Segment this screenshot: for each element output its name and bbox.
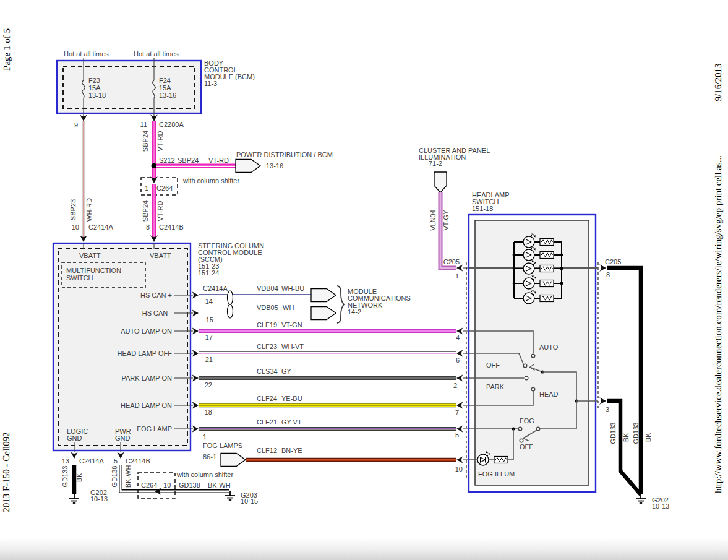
pin-14: 14 <box>205 298 213 305</box>
svg-text:BK-WH: BK-WH <box>124 465 132 488</box>
pin-7: 7 <box>455 409 459 416</box>
ground-g202-icon <box>636 494 646 503</box>
pin-22: 22 <box>205 381 212 389</box>
port-head-lamp-off: HEAD LAMP OFF <box>118 350 173 357</box>
wiring-diagram-page: Hot at all times Hot at all times BODY C… <box>0 0 728 560</box>
color-wh-rd: WH-RD <box>85 198 93 222</box>
svg-text:VT-GY: VT-GY <box>442 210 450 231</box>
offpage-arrow-power-distribution <box>236 160 260 173</box>
splice-s212-icon <box>152 163 157 169</box>
connector-c2414a-gnd: C2414A <box>79 457 104 465</box>
connector-c2414a: C2414A <box>88 223 113 231</box>
vbatt-right-label: VBATT <box>150 252 171 259</box>
svg-text:86-1: 86-1 <box>203 453 216 460</box>
pin-21: 21 <box>205 356 213 363</box>
contact-auto <box>531 354 535 358</box>
circuit-vdb04: VDB04 <box>257 285 278 292</box>
pin-8: 8 <box>146 223 150 231</box>
port-park-lamp-on: PARK LAMP ON <box>121 374 172 382</box>
resistor-icon <box>540 280 554 287</box>
pin-4: 4 <box>456 334 460 342</box>
connector-c264-label: C264 <box>156 184 173 192</box>
page-number-label: Page 1 of 5 <box>2 28 12 71</box>
wire-clf19-vt-gn: 17 CLF19 VT-GN 4 <box>192 321 469 342</box>
pin-17: 17 <box>205 334 213 341</box>
port-hs-can-minus: HS CAN - <box>142 309 173 317</box>
feed-left-wh-rd: 9 SBP23 WH-RD 10 C2414A <box>69 121 114 242</box>
pin-18: 18 <box>205 408 212 416</box>
svg-text:WH: WH <box>283 304 294 311</box>
resistor-icon <box>540 295 554 302</box>
twisted-pair-icon <box>228 291 233 304</box>
svg-text:GD138: GD138 <box>179 481 200 489</box>
svg-text:GND: GND <box>67 434 82 442</box>
svg-text:BK: BK <box>75 473 83 482</box>
pin-5: 5 <box>455 431 459 439</box>
svg-text:SBP24: SBP24 <box>142 131 149 152</box>
column-shifter-note: with column shifter <box>182 177 239 184</box>
circuit-gd133-b: GD133 <box>632 423 640 444</box>
contact-fog-off <box>520 439 523 442</box>
svg-text:CLF23: CLF23 <box>257 343 277 350</box>
offpage-arrow-fog-lamps <box>221 454 246 467</box>
resistor-icon <box>494 457 508 463</box>
svg-text:CLF12: CLF12 <box>257 447 277 454</box>
svg-text:13-16: 13-16 <box>266 162 283 170</box>
fuse-f24-id: F24 <box>159 77 171 84</box>
position-auto-label: AUTO <box>539 343 559 351</box>
vbatt-left-label: VBATT <box>79 252 101 259</box>
port-hs-can-plus: HS CAN + <box>140 291 172 299</box>
svg-text:CLS34: CLS34 <box>257 368 278 375</box>
circuit-gd133-a: GD133 <box>609 423 617 444</box>
wire-clf12-bn-ye: FOG LAMPS 86-1 CLF12 BN-YE 10 <box>203 442 469 473</box>
resistor-icon <box>540 252 554 259</box>
position-off-label: OFF <box>486 361 500 369</box>
fog-illum-label: FOG ILLUM <box>478 470 515 478</box>
port-head-lamp-on: HEAD LAMP ON <box>121 402 172 409</box>
contact-head <box>531 387 535 391</box>
svg-text:SBP24: SBP24 <box>142 200 149 222</box>
wire-cls34-gy: 22 CLS34 GY 2 <box>192 368 469 389</box>
wire-clf24-ye-bu: 18 CLF24 YE-BU 7 <box>192 395 469 416</box>
column-shifter-note-2: with column shifter <box>176 471 233 478</box>
svg-text:10-13: 10-13 <box>90 495 108 502</box>
connector-arrow-icon <box>71 452 78 459</box>
wire-clf23-wh-vt: 21 CLF23 WH-VT 6 <box>192 343 469 364</box>
circuit-gd138: GD138 <box>111 466 118 488</box>
fog-lamps-label: FOG LAMPS <box>203 442 242 449</box>
c205-pin-8: 8 <box>606 271 610 278</box>
svg-text:13-16: 13-16 <box>159 92 176 99</box>
resistor-icon <box>540 265 554 272</box>
offpage-arrow-can-minus <box>311 307 336 320</box>
offpage-arrow-illumination <box>434 172 447 192</box>
connector-c205-out: C205 <box>605 258 621 265</box>
ground-g202-icon <box>69 494 79 503</box>
bcm-box <box>57 61 201 113</box>
port-fog-lamp: FOG LAMP <box>137 425 172 433</box>
pin-11: 11 <box>140 121 147 128</box>
svg-text:15A: 15A <box>159 84 171 92</box>
svg-text:ILLUMINATION: ILLUMINATION <box>419 153 466 161</box>
pin-5-gnd: 5 <box>114 457 118 465</box>
svg-text:151-24: 151-24 <box>198 269 219 277</box>
c264-pin-1: 1 <box>145 184 148 192</box>
offpage-arrow-can-plus <box>311 289 336 302</box>
hot-at-all-times-label-right: Hot at all times <box>134 50 179 58</box>
connector-c205-in: C205 <box>443 258 460 265</box>
svg-text:GY: GY <box>281 368 292 375</box>
svg-text:VT-RD: VT-RD <box>156 131 164 151</box>
svg-text:SWITCH: SWITCH <box>66 274 93 282</box>
svg-text:YE-BU: YE-BU <box>281 395 302 402</box>
svg-text:14-2: 14-2 <box>348 308 361 316</box>
svg-text:WH-VT: WH-VT <box>281 343 304 350</box>
switch-ground-wires: GD133 BK GD133 BK G202 10-13 <box>607 268 669 510</box>
brace-icon <box>337 286 344 323</box>
position-head-label: HEAD <box>539 390 559 398</box>
position-fog-label: FOG <box>520 417 534 424</box>
connector-c2280a: C2280A <box>159 121 184 128</box>
svg-text:CLF24: CLF24 <box>257 395 277 402</box>
connector-c264-10-label: C264 - 10 <box>141 481 171 489</box>
pin-1: 1 <box>203 433 207 441</box>
can-network: C2414A 14 15 VDB04 WH-BU VDB05 WH MODULE… <box>192 285 411 324</box>
svg-text:BN-YE: BN-YE <box>281 447 302 454</box>
